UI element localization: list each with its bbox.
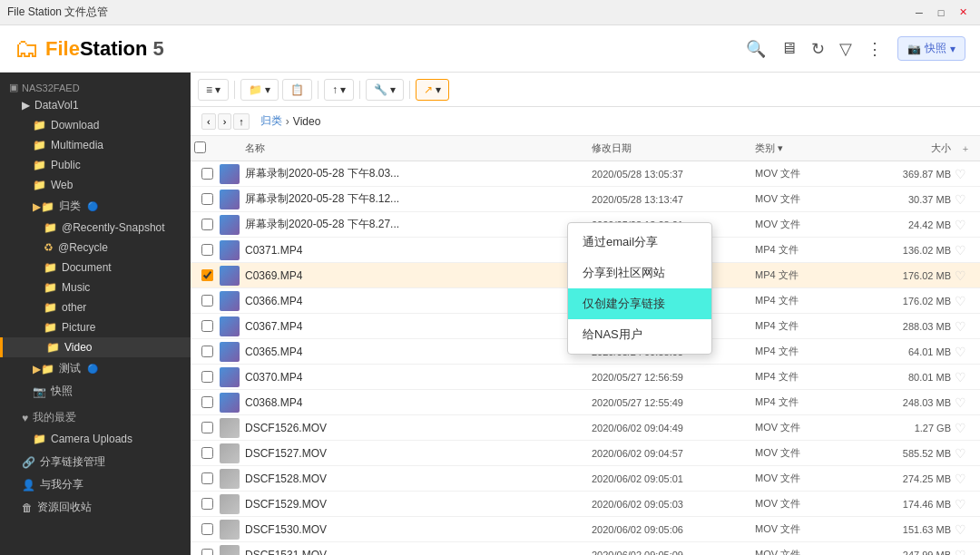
- screen-icon[interactable]: 🖥: [780, 39, 797, 58]
- table-row[interactable]: DSCF1529.MOV 2020/06/02 09:05:03 MOV 文件 …: [191, 492, 980, 517]
- row-check[interactable]: [194, 447, 220, 459]
- row-check[interactable]: [194, 549, 220, 555]
- header-add-col[interactable]: +: [955, 143, 976, 154]
- sidebar-item-camera-uploads[interactable]: 📁 Camera Uploads: [0, 429, 191, 449]
- copy-button[interactable]: 📋: [282, 79, 312, 101]
- table-row[interactable]: C0370.MP4 2020/05/27 12:56:59 MP4 文件 80.…: [191, 365, 980, 390]
- row-favorite[interactable]: ♡: [955, 522, 976, 537]
- row-favorite[interactable]: ♡: [955, 218, 976, 232]
- row-checkbox[interactable]: [201, 346, 213, 357]
- header-date-col[interactable]: 修改日期: [592, 141, 755, 155]
- up-button[interactable]: ↑: [233, 113, 250, 130]
- sidebar-item-public[interactable]: 📁 Public: [0, 155, 191, 175]
- row-favorite[interactable]: ♡: [955, 319, 976, 334]
- sidebar-item-download[interactable]: 📁 Download: [0, 115, 191, 135]
- row-favorite[interactable]: ♡: [955, 395, 976, 410]
- sidebar-item-recycle[interactable]: ♻ @Recycle: [0, 238, 191, 258]
- back-button[interactable]: ‹: [201, 113, 216, 130]
- table-row[interactable]: C0368.MP4 2020/05/27 12:55:49 MP4 文件 248…: [191, 390, 980, 415]
- list-view-button[interactable]: ≡ ▾: [198, 79, 229, 101]
- nas-user-share-item[interactable]: 给NAS用户: [568, 319, 711, 350]
- header-name-col[interactable]: 名称: [245, 141, 592, 155]
- tools-button[interactable]: 🔧 ▾: [366, 79, 404, 101]
- sidebar-item-datavol1[interactable]: ▶ DataVol1: [0, 95, 191, 115]
- create-share-link-item[interactable]: 仅创建分享链接: [568, 288, 711, 319]
- row-checkbox[interactable]: [201, 498, 213, 510]
- row-checkbox[interactable]: [201, 523, 213, 535]
- row-checkbox[interactable]: [201, 371, 213, 383]
- share-button[interactable]: ↗ ▾: [416, 79, 449, 101]
- select-all-checkbox[interactable]: [194, 141, 206, 153]
- row-checkbox[interactable]: [201, 447, 213, 459]
- quick-snapshot-button[interactable]: 📷 快照 ▾: [897, 36, 965, 61]
- more-icon[interactable]: ⋮: [867, 39, 883, 59]
- row-check[interactable]: [194, 168, 220, 180]
- row-checkbox[interactable]: [201, 295, 213, 307]
- email-share-item[interactable]: 通过email分享: [568, 227, 711, 258]
- refresh-icon[interactable]: ↻: [811, 39, 825, 59]
- row-check[interactable]: [194, 320, 220, 332]
- table-row[interactable]: DSCF1527.MOV 2020/06/02 09:04:57 MOV 文件 …: [191, 441, 980, 466]
- row-favorite[interactable]: ♡: [955, 472, 976, 486]
- sidebar-item-test[interactable]: ▶📁 测试 🔵: [0, 357, 191, 380]
- search-icon[interactable]: 🔍: [746, 39, 766, 59]
- row-checkbox[interactable]: [201, 219, 213, 230]
- sidebar-item-video[interactable]: 📁 Video: [0, 337, 191, 357]
- close-button[interactable]: ✕: [953, 5, 973, 21]
- sidebar-item-music[interactable]: 📁 Music: [0, 278, 191, 297]
- community-share-item[interactable]: 分享到社区网站: [568, 258, 711, 288]
- sidebar-item-snapshot[interactable]: 📷 快照: [0, 380, 191, 403]
- header-size-col[interactable]: 大小: [864, 141, 955, 155]
- row-check[interactable]: [194, 396, 220, 408]
- row-checkbox[interactable]: [201, 193, 213, 205]
- row-favorite[interactable]: ♡: [955, 294, 976, 308]
- table-row[interactable]: 屏幕录制2020-05-28 下午8.12... 2020/05/28 13:1…: [191, 187, 980, 212]
- row-favorite[interactable]: ♡: [955, 370, 976, 385]
- row-checkbox[interactable]: [201, 269, 213, 281]
- row-favorite[interactable]: ♡: [955, 243, 976, 258]
- row-check[interactable]: [194, 523, 220, 535]
- row-favorite[interactable]: ♡: [955, 167, 976, 181]
- row-checkbox[interactable]: [201, 168, 213, 180]
- table-row[interactable]: DSCF1526.MOV 2020/06/02 09:04:49 MOV 文件 …: [191, 415, 980, 441]
- forward-button[interactable]: ›: [218, 113, 232, 130]
- row-favorite[interactable]: ♡: [955, 421, 976, 435]
- minimize-button[interactable]: ─: [909, 5, 929, 21]
- row-checkbox[interactable]: [201, 320, 213, 332]
- row-check[interactable]: [194, 422, 220, 433]
- row-checkbox[interactable]: [201, 244, 213, 256]
- row-check[interactable]: [194, 219, 220, 230]
- sidebar-item-recycle-bin[interactable]: 🗑 资源回收站: [0, 496, 191, 519]
- row-checkbox[interactable]: [201, 549, 213, 555]
- sidebar-item-other[interactable]: 📁 other: [0, 297, 191, 317]
- table-row[interactable]: DSCF1528.MOV 2020/06/02 09:05:01 MOV 文件 …: [191, 466, 980, 492]
- row-check[interactable]: [194, 472, 220, 484]
- row-favorite[interactable]: ♡: [955, 446, 976, 461]
- row-check[interactable]: [194, 498, 220, 510]
- sidebar-item-picture[interactable]: 📁 Picture: [0, 317, 191, 337]
- table-row[interactable]: DSCF1530.MOV 2020/06/02 09:05:06 MOV 文件 …: [191, 517, 980, 542]
- header-type-col[interactable]: 类别 ▾: [755, 141, 864, 155]
- row-check[interactable]: [194, 193, 220, 205]
- row-checkbox[interactable]: [201, 422, 213, 433]
- row-check[interactable]: [194, 371, 220, 383]
- row-favorite[interactable]: ♡: [955, 497, 976, 511]
- sidebar-item-share-links[interactable]: 🔗 分享链接管理: [0, 451, 191, 473]
- table-row[interactable]: DSCF1531.MOV 2020/06/02 09:05:09 MOV 文件 …: [191, 542, 980, 555]
- sidebar-item-guile[interactable]: ▶📁 归类 🔵: [0, 195, 191, 218]
- upload-button[interactable]: ↑ ▾: [324, 79, 354, 101]
- breadcrumb-root[interactable]: 归类: [260, 113, 282, 129]
- row-favorite[interactable]: ♡: [955, 345, 976, 359]
- table-row[interactable]: 屏幕录制2020-05-28 下午8.03... 2020/05/28 13:0…: [191, 161, 980, 187]
- row-checkbox[interactable]: [201, 472, 213, 484]
- filter-icon[interactable]: ▽: [839, 39, 852, 59]
- sidebar-item-web[interactable]: 📁 Web: [0, 175, 191, 195]
- maximize-button[interactable]: □: [931, 5, 951, 21]
- row-checkbox[interactable]: [201, 396, 213, 408]
- row-check[interactable]: [194, 295, 220, 307]
- sidebar-item-recently-snapshot[interactable]: 📁 @Recently-Snapshot: [0, 218, 191, 238]
- row-check[interactable]: [194, 269, 220, 281]
- new-folder-button[interactable]: 📁 ▾: [240, 79, 279, 101]
- row-check[interactable]: [194, 346, 220, 357]
- sidebar-item-shared-with-me[interactable]: 👤 与我分享: [0, 473, 191, 496]
